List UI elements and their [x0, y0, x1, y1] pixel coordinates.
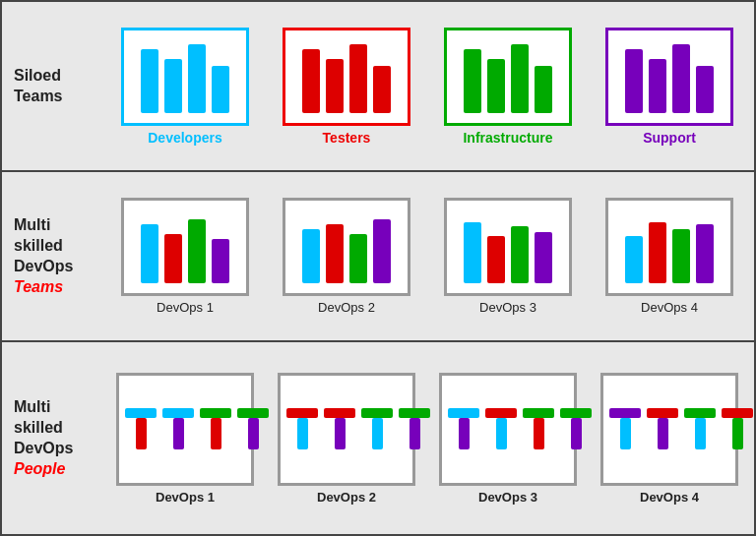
- bar-d3-2: [487, 236, 505, 283]
- card-wrapper-infrastructure: Infrastructure: [444, 28, 572, 146]
- section-title-devops-people: MultiskilledDevOps: [14, 398, 73, 456]
- section-devops-teams: MultiskilledDevOps Teams DevOps 1: [2, 172, 754, 342]
- bar-sup-4: [696, 66, 714, 113]
- card-people1: [116, 373, 254, 486]
- section-highlight-people: People: [14, 460, 65, 477]
- section-label-devops-people: MultiskilledDevOps People: [6, 397, 104, 479]
- bar-test-3: [349, 44, 367, 113]
- bar-d3-4: [535, 232, 552, 283]
- bar-dev-4: [212, 66, 229, 113]
- bar-d4-3: [672, 229, 690, 283]
- card-label-people1: DevOps 1: [156, 490, 215, 505]
- card-label-developers: Developers: [148, 130, 221, 146]
- bar-d2-1: [302, 229, 320, 283]
- bar-d3-1: [464, 222, 481, 283]
- card-wrapper-developers: Developers: [121, 28, 249, 146]
- card-label-devops1: DevOps 1: [157, 300, 214, 315]
- bar-inf-3: [511, 44, 529, 113]
- card-devops4: [605, 198, 733, 296]
- devops-people-cards-row: DevOps 1: [104, 373, 750, 505]
- card-devops3: [444, 198, 572, 296]
- card-testers: [283, 28, 410, 126]
- card-wrapper-people1: DevOps 1: [116, 373, 254, 505]
- card-wrapper-people4: DevOps 4: [600, 373, 738, 505]
- bar-dev-1: [141, 49, 158, 113]
- bar-d1-2: [164, 234, 182, 283]
- bar-dev-3: [188, 44, 206, 113]
- bar-d1-3: [188, 219, 206, 283]
- card-infrastructure: [444, 28, 572, 126]
- card-wrapper-devops2: DevOps 2: [283, 198, 410, 315]
- bar-inf-1: [464, 49, 481, 113]
- bar-test-1: [302, 49, 320, 113]
- bar-d1-1: [141, 224, 158, 283]
- card-label-testers: Testers: [323, 130, 371, 146]
- card-label-devops2: DevOps 2: [318, 300, 375, 315]
- bar-d4-4: [696, 224, 714, 283]
- bar-sup-1: [625, 49, 643, 113]
- section-label-siloed: SiloedTeams: [6, 66, 104, 107]
- devops-teams-cards-row: DevOps 1 DevOps 2 DevOps 3: [104, 198, 750, 315]
- card-devops2: [283, 198, 410, 296]
- card-label-people3: DevOps 3: [478, 490, 537, 505]
- card-devops1: [121, 198, 249, 296]
- section-label-devops-teams: MultiskilledDevOps Teams: [6, 215, 104, 297]
- card-people3: [439, 373, 577, 486]
- bar-d1-4: [212, 239, 229, 283]
- bar-d3-3: [511, 226, 529, 283]
- card-label-devops4: DevOps 4: [641, 300, 698, 315]
- section-title-siloed: SiloedTeams: [14, 67, 63, 104]
- section-highlight-teams: Teams: [14, 278, 63, 295]
- main-container: SiloedTeams Developers: [0, 0, 756, 536]
- bar-dev-2: [164, 59, 182, 113]
- section-devops-people: MultiskilledDevOps People: [2, 342, 754, 534]
- card-label-infrastructure: Infrastructure: [463, 130, 552, 146]
- section-siloed: SiloedTeams Developers: [2, 2, 754, 172]
- bar-sup-2: [649, 59, 666, 113]
- siloed-cards-row: Developers Testers: [104, 28, 750, 146]
- card-wrapper-devops1: DevOps 1: [121, 198, 249, 315]
- card-label-people4: DevOps 4: [640, 490, 699, 505]
- bar-test-4: [373, 66, 391, 113]
- card-wrapper-testers: Testers: [283, 28, 410, 146]
- bar-d2-3: [349, 234, 367, 283]
- card-people4: [600, 373, 738, 486]
- card-wrapper-people3: DevOps 3: [439, 373, 577, 505]
- card-label-people2: DevOps 2: [317, 490, 376, 505]
- bar-sup-3: [672, 44, 690, 113]
- bar-d2-2: [326, 224, 344, 283]
- card-label-devops3: DevOps 3: [479, 300, 536, 315]
- card-people2: [278, 373, 415, 486]
- card-wrapper-support: Support: [605, 28, 733, 146]
- card-wrapper-devops3: DevOps 3: [444, 198, 572, 315]
- section-title-devops-teams: MultiskilledDevOps: [14, 216, 73, 274]
- card-support: [605, 28, 733, 126]
- bar-inf-2: [487, 59, 505, 113]
- card-label-support: Support: [643, 130, 696, 146]
- bar-test-2: [326, 59, 344, 113]
- card-wrapper-people2: DevOps 2: [278, 373, 415, 505]
- card-developers: [121, 28, 249, 126]
- bar-d4-1: [625, 236, 643, 283]
- bar-d2-4: [373, 219, 391, 283]
- bar-inf-4: [535, 66, 552, 113]
- card-wrapper-devops4: DevOps 4: [605, 198, 733, 315]
- bar-d4-2: [649, 222, 666, 283]
